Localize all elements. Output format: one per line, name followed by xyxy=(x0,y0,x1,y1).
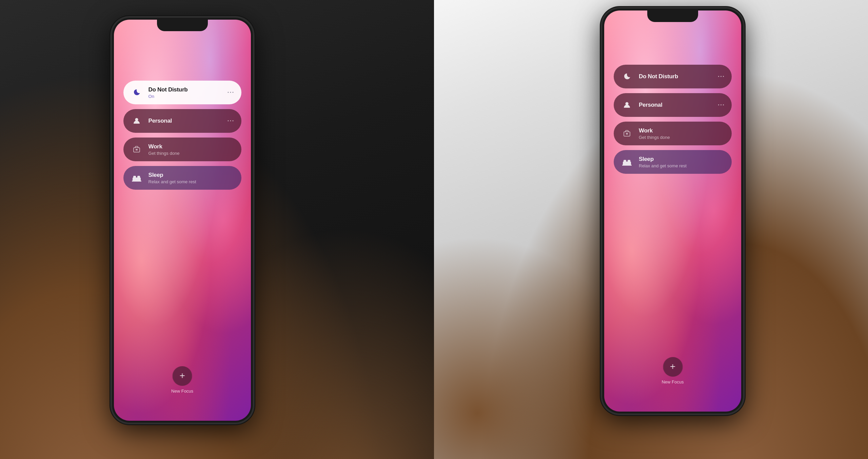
personal-text: Personal xyxy=(149,118,222,124)
right-sleep-title: Sleep xyxy=(639,156,725,163)
sleep-icon xyxy=(130,171,143,184)
svg-rect-2 xyxy=(136,149,138,150)
right-personal-icon xyxy=(620,99,633,111)
dnd-item[interactable]: Do Not Disturb On ··· xyxy=(123,81,241,104)
right-personal-title: Personal xyxy=(639,102,712,108)
left-new-focus-button[interactable]: + xyxy=(173,366,192,386)
notch xyxy=(157,20,208,31)
right-personal-more-icon[interactable]: ··· xyxy=(718,102,725,109)
right-new-focus[interactable]: + New Focus xyxy=(662,357,684,384)
dnd-icon xyxy=(130,86,143,99)
right-dnd-text: Do Not Disturb xyxy=(639,73,712,80)
work-title: Work xyxy=(149,143,235,150)
svg-rect-9 xyxy=(626,133,628,134)
plus-icon: + xyxy=(179,371,185,380)
right-phone: Do Not Disturb ··· Personal · xyxy=(601,8,744,414)
right-dnd-icon xyxy=(620,70,633,83)
right-work-icon xyxy=(620,127,633,140)
dnd-text: Do Not Disturb On xyxy=(149,86,222,99)
left-phone-screen: Do Not Disturb On ··· Personal xyxy=(114,20,251,421)
svg-rect-6 xyxy=(132,181,141,182)
work-item[interactable]: Work Get things done xyxy=(123,138,241,161)
right-dnd-title: Do Not Disturb xyxy=(639,73,712,80)
right-dnd-item[interactable]: Do Not Disturb ··· xyxy=(614,65,732,88)
left-focus-menu: Do Not Disturb On ··· Personal xyxy=(123,81,241,190)
left-new-focus[interactable]: + New Focus xyxy=(171,366,193,394)
left-new-focus-label: New Focus xyxy=(171,389,193,394)
personal-item[interactable]: Personal ··· xyxy=(123,109,241,133)
right-plus-icon: + xyxy=(670,362,675,371)
right-personal-text: Personal xyxy=(639,102,712,108)
right-new-focus-label: New Focus xyxy=(662,379,684,384)
sleep-text: Sleep Relax and get some rest xyxy=(149,172,235,184)
right-sleep-icon xyxy=(620,155,633,168)
right-notch xyxy=(647,11,698,22)
dnd-status: On xyxy=(149,94,222,99)
right-phone-screen: Do Not Disturb ··· Personal · xyxy=(604,11,741,412)
work-subtitle: Get things done xyxy=(149,151,235,156)
svg-rect-12 xyxy=(628,160,630,162)
right-sleep-item[interactable]: Sleep Relax and get some rest xyxy=(614,150,732,174)
personal-more-icon[interactable]: ··· xyxy=(228,118,235,125)
dnd-title: Do Not Disturb xyxy=(149,86,222,93)
right-sleep-text: Sleep Relax and get some rest xyxy=(639,156,725,168)
right-personal-item[interactable]: Personal ··· xyxy=(614,93,732,117)
personal-title: Personal xyxy=(149,118,222,124)
svg-rect-4 xyxy=(133,176,136,178)
right-new-focus-button[interactable]: + xyxy=(663,357,683,377)
svg-rect-5 xyxy=(137,176,140,178)
right-work-item[interactable]: Work Get things done xyxy=(614,122,732,145)
right-photo: Do Not Disturb ··· Personal · xyxy=(434,0,868,459)
sleep-item[interactable]: Sleep Relax and get some rest xyxy=(123,166,241,190)
svg-rect-11 xyxy=(624,160,626,162)
right-work-text: Work Get things done xyxy=(639,127,725,140)
left-photo: Do Not Disturb On ··· Personal xyxy=(0,0,434,459)
right-work-title: Work xyxy=(639,127,725,134)
sleep-title: Sleep xyxy=(149,172,235,179)
right-focus-menu: Do Not Disturb ··· Personal · xyxy=(614,65,732,174)
work-icon xyxy=(130,143,143,156)
work-text: Work Get things done xyxy=(149,143,235,156)
sleep-subtitle: Relax and get some rest xyxy=(149,179,235,184)
right-dnd-more-icon[interactable]: ··· xyxy=(718,73,725,80)
left-phone: Do Not Disturb On ··· Personal xyxy=(111,17,254,423)
svg-rect-13 xyxy=(622,165,632,166)
dnd-more-icon[interactable]: ··· xyxy=(228,89,235,96)
personal-icon xyxy=(130,114,143,127)
right-sleep-subtitle: Relax and get some rest xyxy=(639,163,725,168)
right-work-subtitle: Get things done xyxy=(639,135,725,140)
